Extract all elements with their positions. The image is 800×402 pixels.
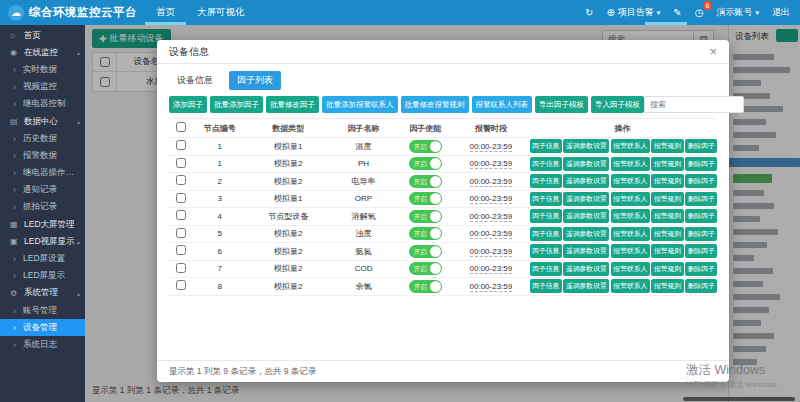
row-action-button[interactable]: 遥调参数设置 [563, 262, 609, 276]
row-action-button[interactable]: 报警规则 [651, 244, 683, 258]
row-action-button[interactable]: 删除因子 [685, 227, 717, 241]
sidebar-subitem[interactable]: ›通知记录 [0, 182, 85, 199]
modal-toolbar-button[interactable]: 批量添加报警联系人 [322, 96, 398, 113]
close-icon[interactable]: × [709, 45, 717, 58]
row-checkbox[interactable] [176, 228, 186, 238]
row-action-button[interactable]: 因子信息 [530, 244, 562, 258]
row-action-button[interactable]: 报警规则 [651, 262, 683, 276]
row-action-button[interactable]: 删除因子 [685, 157, 717, 171]
factor-enable-toggle[interactable]: 开启 [409, 140, 442, 153]
sidebar-subitem[interactable]: ›账号管理 [0, 302, 85, 319]
factor-enable-toggle[interactable]: 开启 [409, 157, 442, 170]
sidebar-subitem[interactable]: ›历史数据 [0, 130, 85, 147]
row-action-button[interactable]: 报警规则 [651, 227, 683, 241]
modal-toolbar-button[interactable]: 批量修改报警规则 [401, 96, 469, 113]
row-action-button[interactable]: 遥调参数设置 [563, 244, 609, 258]
tab-device-info[interactable]: 设备信息 [169, 71, 221, 90]
row-checkbox[interactable] [176, 193, 186, 203]
row-action-button[interactable]: 删除因子 [685, 174, 717, 188]
sidebar-subitem[interactable]: ›抓拍记录 [0, 199, 85, 216]
alarm-period-link[interactable]: 00:00-23:59 [470, 264, 513, 274]
row-action-button[interactable]: 删除因子 [685, 244, 717, 258]
sidebar-item[interactable]: ⌂首页 [0, 27, 85, 44]
row-action-button[interactable]: 报警联系人 [611, 227, 650, 241]
row-action-button[interactable]: 报警联系人 [611, 279, 650, 293]
alarm-clock-icon[interactable]: ◷6 [695, 7, 704, 18]
row-action-button[interactable]: 因子信息 [530, 157, 562, 171]
sidebar-item[interactable]: ◉在线监控▴ [0, 44, 85, 61]
alarm-period-link[interactable]: 00:00-23:59 [470, 194, 513, 204]
row-action-button[interactable]: 遥调参数设置 [563, 157, 609, 171]
modal-toolbar-button[interactable]: 批量修改因子 [266, 96, 319, 113]
sidebar-item[interactable]: ▦LED大屏管理 [0, 216, 85, 233]
row-action-button[interactable]: 删除因子 [685, 279, 717, 293]
account-menu[interactable]: 演示账号 ▾ [716, 6, 759, 19]
modal-toolbar-button[interactable]: 批量添加因子 [210, 96, 263, 113]
tab-factor-list[interactable]: 因子列表 [229, 71, 281, 90]
row-action-button[interactable]: 删除因子 [685, 192, 717, 206]
alarm-period-link[interactable]: 00:00-23:59 [470, 282, 513, 292]
modal-toolbar-button[interactable]: 报警联系人列表 [472, 96, 533, 113]
row-action-button[interactable]: 因子信息 [530, 209, 562, 223]
sidebar-subitem[interactable]: ›设备管理 [0, 319, 85, 336]
row-action-button[interactable]: 报警联系人 [611, 192, 650, 206]
row-action-button[interactable]: 因子信息 [530, 192, 562, 206]
factor-enable-toggle[interactable]: 开启 [409, 280, 442, 293]
sidebar-subitem[interactable]: ›报警数据 [0, 147, 85, 164]
row-action-button[interactable]: 遥调参数设置 [563, 139, 609, 153]
row-action-button[interactable]: 遥调参数设置 [563, 227, 609, 241]
factor-search-input[interactable] [644, 96, 744, 113]
sidebar-item[interactable]: ▤数据中心▴ [0, 113, 85, 130]
sidebar-item[interactable]: ⚙系统管理▴ [0, 285, 85, 302]
nav-home[interactable]: 首页 [145, 0, 186, 25]
row-action-button[interactable]: 报警规则 [651, 174, 683, 188]
row-action-button[interactable]: 遥调参数设置 [563, 192, 609, 206]
row-action-button[interactable]: 因子信息 [530, 139, 562, 153]
sidebar-subitem[interactable]: ›系统日志 [0, 336, 85, 353]
edit-icon[interactable]: ✎ [673, 7, 681, 18]
alarm-period-link[interactable]: 00:00-23:59 [470, 159, 513, 169]
factor-enable-toggle[interactable]: 开启 [409, 245, 442, 258]
project-alarm-menu[interactable]: ⊕ 项目告警 ▾ [606, 6, 660, 19]
alarm-period-link[interactable]: 00:00-23:59 [470, 142, 513, 152]
row-action-button[interactable]: 报警规则 [651, 139, 683, 153]
modal-toolbar-button[interactable]: 导出因子模板 [535, 96, 588, 113]
nav-bigscreen-visualization[interactable]: 大屏可视化 [186, 0, 256, 25]
sidebar-subitem[interactable]: ›实时数据 [0, 61, 85, 78]
row-action-button[interactable]: 因子信息 [530, 227, 562, 241]
sidebar-subitem[interactable]: ›LED屏显示 [0, 268, 85, 285]
row-checkbox[interactable] [176, 140, 186, 150]
row-action-button[interactable]: 遥调参数设置 [563, 209, 609, 223]
row-checkbox[interactable] [176, 245, 186, 255]
horizontal-scrollbar-thumb[interactable] [683, 397, 795, 401]
factor-enable-toggle[interactable]: 开启 [409, 175, 442, 188]
row-action-button[interactable]: 遥调参数设置 [563, 279, 609, 293]
alarm-period-link[interactable]: 00:00-23:59 [470, 247, 513, 257]
row-action-button[interactable]: 遥调参数设置 [563, 174, 609, 188]
sidebar-subitem[interactable]: ›继电器操作记录 [0, 165, 85, 182]
row-action-button[interactable]: 报警联系人 [611, 157, 650, 171]
alarm-period-link[interactable]: 00:00-23:59 [470, 212, 513, 222]
row-checkbox[interactable] [176, 210, 186, 220]
row-action-button[interactable]: 报警联系人 [611, 244, 650, 258]
row-action-button[interactable]: 报警联系人 [611, 139, 650, 153]
row-action-button[interactable]: 因子信息 [530, 279, 562, 293]
logout-button[interactable]: 退出 [772, 6, 790, 19]
row-action-button[interactable]: 报警规则 [651, 209, 683, 223]
row-action-button[interactable]: 删除因子 [685, 209, 717, 223]
row-action-button[interactable]: 报警规则 [651, 192, 683, 206]
alarm-period-link[interactable]: 00:00-23:59 [470, 177, 513, 187]
row-action-button[interactable]: 因子信息 [530, 174, 562, 188]
row-checkbox[interactable] [176, 175, 186, 185]
select-all-checkbox[interactable] [176, 122, 186, 132]
factor-enable-toggle[interactable]: 开启 [409, 262, 442, 275]
sidebar-subitem[interactable]: ›视频监控 [0, 79, 85, 96]
factor-enable-toggle[interactable]: 开启 [409, 210, 442, 223]
sidebar-item[interactable]: ▣LED视屏显示▴ [0, 233, 85, 250]
row-checkbox[interactable] [176, 158, 186, 168]
sidebar-subitem[interactable]: ›继电器控制 [0, 96, 85, 113]
modal-toolbar-button[interactable]: 导入因子模板 [591, 96, 644, 113]
row-checkbox[interactable] [176, 280, 186, 290]
refresh-icon[interactable]: ↻ [585, 7, 593, 18]
row-action-button[interactable]: 报警联系人 [611, 174, 650, 188]
